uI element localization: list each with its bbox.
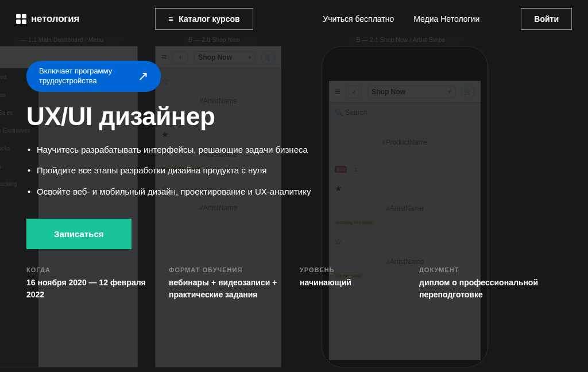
info-value: диплом о профессиональной переподготовке: [419, 277, 568, 300]
info-label: ДОКУМЕНТ: [419, 266, 568, 273]
info-when: КОГДА 16 ноября 2020 — 12 февраля 2022: [26, 266, 153, 300]
hero-bullets: Научитесь разрабатывать интерфейсы, реша…: [26, 144, 562, 199]
enroll-button[interactable]: Записаться: [26, 219, 131, 249]
bullet-item: Освойте веб- и мобильный дизайн, проекти…: [26, 185, 314, 199]
info-document: ДОКУМЕНТ диплом о профессиональной переп…: [419, 266, 568, 300]
page-title: UX/UI дизайнер: [26, 102, 562, 131]
brand-name: нетология: [31, 13, 79, 25]
info-label: КОГДА: [26, 266, 153, 273]
info-value: 16 ноября 2020 — 12 февраля 2022: [26, 277, 153, 300]
course-info-row: КОГДА 16 ноября 2020 — 12 февраля 2022 Ф…: [0, 249, 588, 300]
logo-icon: [16, 14, 26, 24]
catalog-button[interactable]: ≡ Каталог курсов: [155, 8, 253, 30]
arrow-up-right-icon: ↗: [138, 68, 148, 85]
hero-section: Включает программу трудоустройства ↗ UX/…: [0, 38, 588, 249]
catalog-label: Каталог курсов: [179, 14, 239, 24]
nav-media[interactable]: Медиа Нетологии: [413, 14, 479, 24]
site-header: нетология ≡ Каталог курсов Учиться беспл…: [0, 0, 588, 38]
employment-badge[interactable]: Включает программу трудоустройства ↗: [26, 61, 161, 92]
badge-text: Включает программу трудоустройства: [39, 67, 131, 86]
bullet-item: Пройдите все этапы разработки дизайна пр…: [26, 164, 314, 177]
info-value: начинающий: [300, 277, 403, 288]
top-nav: Учиться бесплатно Медиа Нетологии: [323, 14, 479, 24]
bullet-item: Научитесь разрабатывать интерфейсы, реша…: [26, 144, 314, 157]
info-level: УРОВЕНЬ начинающий: [300, 266, 403, 300]
info-value: вебинары + видеозаписи + практические за…: [169, 277, 284, 300]
brand-logo[interactable]: нетология: [16, 13, 79, 25]
menu-icon: ≡: [168, 14, 173, 24]
info-label: ФОРМАТ ОБУЧЕНИЯ: [169, 266, 284, 273]
login-button[interactable]: Войти: [521, 8, 572, 30]
info-format: ФОРМАТ ОБУЧЕНИЯ вебинары + видеозаписи +…: [169, 266, 284, 300]
info-label: УРОВЕНЬ: [300, 266, 403, 273]
nav-free-learning[interactable]: Учиться бесплатно: [323, 14, 394, 24]
